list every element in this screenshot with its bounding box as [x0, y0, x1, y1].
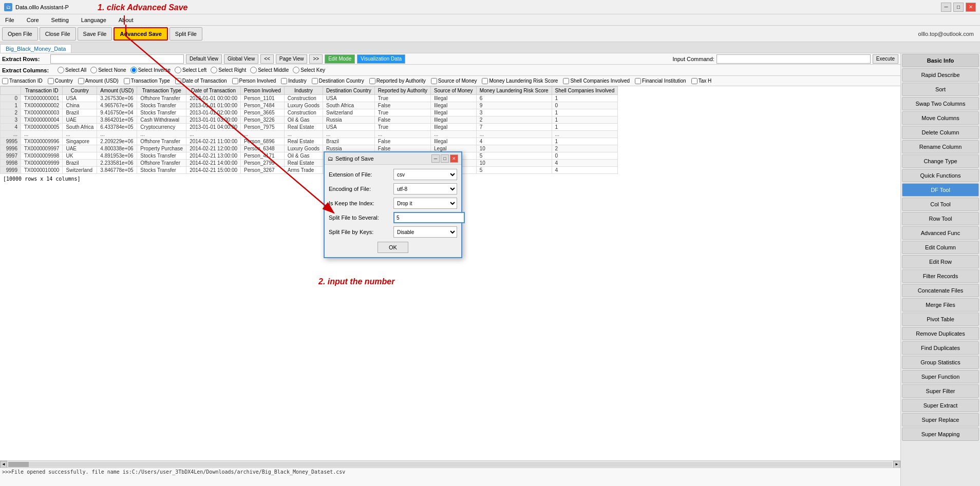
- col-header-source[interactable]: Source of Money: [431, 87, 477, 95]
- minimize-button[interactable]: ─: [941, 3, 951, 12]
- col-header-risk[interactable]: Money Laundering Risk Score: [476, 87, 552, 95]
- find-duplicates-btn[interactable]: Find Duplicates: [902, 341, 979, 355]
- edit-mode-button[interactable]: Edit Mode: [325, 54, 355, 64]
- group-statistics-btn[interactable]: Group Statistics: [902, 356, 979, 369]
- extract-rows-input[interactable]: [50, 54, 184, 64]
- ok-button[interactable]: OK: [378, 242, 408, 253]
- menu-setting[interactable]: Setting: [48, 16, 72, 24]
- title-bar-controls[interactable]: ─ □ ✕: [941, 3, 976, 12]
- checkbox-financial[interactable]: Financial Institution: [635, 78, 686, 84]
- modal-controls[interactable]: ─ □ ✕: [431, 154, 458, 163]
- col-header-country[interactable]: Country: [63, 87, 97, 95]
- super-function-btn[interactable]: Super Function: [902, 370, 979, 383]
- menu-about[interactable]: About: [116, 16, 137, 24]
- col-header-person[interactable]: Person Involved: [241, 87, 285, 95]
- select-inverse-option[interactable]: Select Inverse: [130, 67, 171, 73]
- prev-page-button[interactable]: <<: [260, 54, 274, 64]
- close-button[interactable]: ✕: [966, 3, 976, 12]
- delete-column-btn[interactable]: Delete Column: [902, 126, 979, 139]
- super-mapping-btn[interactable]: Super Mapping: [902, 427, 979, 441]
- df-tool-btn[interactable]: DF Tool: [902, 183, 979, 197]
- col-header-destination[interactable]: Destination Country: [323, 87, 375, 95]
- col-header-transaction-id[interactable]: Transaction ID: [21, 87, 63, 95]
- col-header-date[interactable]: Date of Transaction: [186, 87, 241, 95]
- active-tab[interactable]: Big_Black_Money_Data: [0, 44, 71, 53]
- maximize-button[interactable]: □: [953, 3, 964, 12]
- checkbox-risk-score[interactable]: Money Laundering Risk Score: [482, 78, 558, 84]
- global-view-button[interactable]: Global View: [224, 54, 258, 64]
- rapid-describe-btn[interactable]: Rapid Describe: [902, 68, 979, 82]
- encoding-select[interactable]: utf-8: [393, 183, 457, 195]
- h-scroll-bar[interactable]: ◄ ►: [0, 460, 900, 468]
- super-replace-btn[interactable]: Super Replace: [902, 413, 979, 426]
- swap-columns-btn[interactable]: Swap Two Columns: [902, 97, 979, 110]
- edit-column-btn[interactable]: Edit Column: [902, 241, 979, 254]
- checkbox-person[interactable]: Person Involved: [232, 78, 276, 84]
- checkbox-industry[interactable]: Industry: [281, 78, 307, 84]
- col-header-amount[interactable]: Amount (USD): [97, 87, 137, 95]
- sort-btn[interactable]: Sort: [902, 83, 979, 96]
- execute-button[interactable]: Execute: [873, 54, 898, 64]
- select-left-option[interactable]: Select Left: [175, 67, 206, 73]
- select-right-option[interactable]: Select Right: [211, 67, 246, 73]
- super-extract-btn[interactable]: Super Extract: [902, 399, 979, 412]
- checkbox-shell[interactable]: Shell Companies Involved: [563, 78, 630, 84]
- modal-close-btn[interactable]: ✕: [450, 154, 458, 163]
- merge-files-btn[interactable]: Merge Files: [902, 298, 979, 312]
- super-filter-btn[interactable]: Super Filter: [902, 384, 979, 398]
- keep-index-select[interactable]: Drop it: [393, 198, 457, 209]
- split-keys-select[interactable]: Disable: [393, 226, 457, 238]
- select-none-option[interactable]: Select None: [90, 67, 126, 73]
- col-header-reported[interactable]: Reported by Authority: [374, 87, 430, 95]
- row-tool-btn[interactable]: Row Tool: [902, 212, 979, 225]
- checkbox-amount[interactable]: Amount (USD): [78, 78, 119, 84]
- menu-core[interactable]: Core: [24, 16, 42, 24]
- change-type-btn[interactable]: Change Type: [902, 154, 979, 168]
- menu-language[interactable]: Language: [78, 16, 109, 24]
- quick-functions-btn[interactable]: Quick Functions: [902, 169, 979, 182]
- scroll-left-btn[interactable]: ◄: [0, 461, 7, 468]
- checkbox-transaction-id[interactable]: Transaction ID: [2, 78, 43, 84]
- scroll-right-btn[interactable]: ►: [893, 461, 900, 468]
- select-middle-option[interactable]: Select Middle: [250, 67, 289, 73]
- scroll-track[interactable]: [8, 462, 892, 467]
- rename-column-btn[interactable]: Rename Column: [902, 140, 979, 153]
- remove-duplicates-btn[interactable]: Remove Duplicates: [902, 327, 979, 340]
- open-file-button[interactable]: Open File: [2, 27, 38, 41]
- move-columns-btn[interactable]: Move Columns: [902, 111, 979, 125]
- split-several-input[interactable]: [393, 212, 465, 223]
- select-all-option[interactable]: Select All: [58, 67, 86, 73]
- advanced-save-button[interactable]: Advanced Save: [114, 27, 167, 41]
- extension-select[interactable]: csv: [393, 169, 457, 180]
- select-key-option[interactable]: Select Key: [293, 67, 325, 73]
- default-view-button[interactable]: Default View: [186, 54, 222, 64]
- concatenate-files-btn[interactable]: Concatenate Files: [902, 284, 979, 297]
- input-command-field[interactable]: [717, 54, 871, 64]
- checkbox-source[interactable]: Source of Money: [431, 78, 477, 84]
- page-view-button[interactable]: Page View: [276, 54, 308, 64]
- col-header-transaction-type[interactable]: Transaction Type: [137, 87, 186, 95]
- save-file-button[interactable]: Save File: [78, 27, 112, 41]
- pivot-table-btn[interactable]: Pivot Table: [902, 313, 979, 326]
- checkbox-destination[interactable]: Destination Country: [312, 78, 364, 84]
- filter-records-btn[interactable]: Filter Records: [902, 269, 979, 283]
- col-header-shell[interactable]: Shell Companies Involved: [552, 87, 618, 95]
- next-page-button[interactable]: >>: [309, 54, 323, 64]
- checkbox-tax[interactable]: Tax H: [691, 78, 712, 84]
- menu-file[interactable]: File: [2, 16, 17, 24]
- modal-minimize-btn[interactable]: ─: [431, 154, 440, 163]
- col-header-industry[interactable]: Industry: [284, 87, 323, 95]
- split-file-button[interactable]: Split File: [169, 27, 202, 41]
- close-file-button[interactable]: Close File: [40, 27, 76, 41]
- checkbox-reported[interactable]: Reported by Authority: [369, 78, 426, 84]
- visualization-button[interactable]: Visualization Data: [357, 54, 405, 64]
- basic-info-btn[interactable]: Basic Info: [902, 54, 979, 67]
- scroll-thumb[interactable]: [8, 462, 29, 467]
- col-tool-btn[interactable]: Col Tool: [902, 198, 979, 211]
- advanced-func-btn[interactable]: Advanced Func: [902, 226, 979, 240]
- checkbox-transaction-type[interactable]: Transaction Type: [124, 78, 170, 84]
- checkbox-country[interactable]: Country: [48, 78, 73, 84]
- edit-row-btn[interactable]: Edit Row: [902, 255, 979, 268]
- checkbox-date[interactable]: Date of Transaction: [175, 78, 227, 84]
- modal-maximize-btn[interactable]: □: [441, 154, 449, 163]
